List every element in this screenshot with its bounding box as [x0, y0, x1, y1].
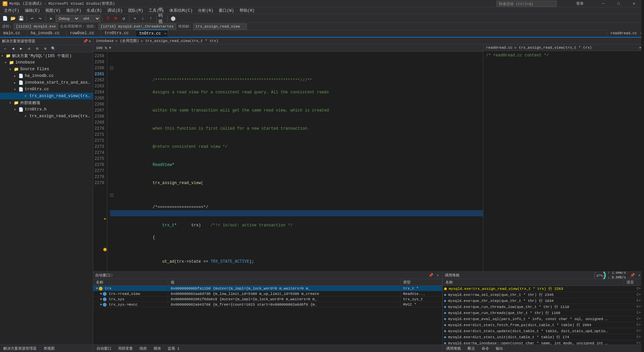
se-item-trn0trx-h[interactable]: ▼ 📄 trn0trx.h	[0, 106, 93, 113]
zoom-dropdown-btn[interactable]: ▼	[109, 46, 111, 50]
menu-edit[interactable]: 编辑(E)	[22, 7, 43, 14]
tab-read0read[interactable]: read0read.cc ✕	[607, 30, 644, 37]
btab-thread[interactable]: 线程	[138, 345, 148, 352]
call-row-3[interactable]: mysqld.exe!que_thr_step(que_thr_t * thr)…	[443, 298, 644, 304]
code-editor[interactable]: 2258 2259 2260 2261 2262 2263 2264 2265 …	[93, 52, 483, 271]
thread-value[interactable]: [13716] mysqld.exe!_threadstartex	[98, 24, 176, 30]
login-label[interactable]: 登录	[576, 1, 584, 6]
expand-rv[interactable]: ▼	[100, 292, 102, 296]
call-row-4[interactable]: mysqld.exe!que_run_threads_low(que_thr_t…	[443, 304, 644, 310]
process-value[interactable]: [11232] mysqld.exe	[14, 24, 58, 30]
ctab-callstack[interactable]: 调用堆栈	[445, 345, 462, 352]
save-btn[interactable]: 💾	[17, 15, 25, 22]
se-item-innobase[interactable]: ▼ 📁 innobase	[0, 59, 93, 66]
call-row-2[interactable]: mysqld.exe!row_sel_step(que_thr_t * thr)…	[443, 292, 644, 298]
open-btn[interactable]: 📂	[9, 15, 17, 22]
call-row-8[interactable]: mysqld.exe!dict_stats_update(dict_table_…	[443, 328, 644, 334]
breadcrumb-innobase[interactable]: innobase	[96, 39, 114, 43]
collapse-btn-2[interactable]: −	[110, 193, 113, 197]
se-collapse-btn[interactable]: ⊟	[34, 45, 41, 52]
menu-window[interactable]: 窗口(W)	[216, 7, 237, 14]
minimize-button[interactable]: ─	[596, 0, 610, 7]
call-row-6[interactable]: mysqld.exe!que_eval_sql(pars_info_t * in…	[443, 316, 644, 322]
menu-view[interactable]: 视图(V)	[43, 7, 63, 14]
menu-architecture[interactable]: 体系结构(C)	[167, 7, 196, 14]
code-view-btn[interactable]: 代码视图	[158, 15, 166, 22]
call-row-7[interactable]: mysqld.exe!dict_stats_fetch_from_ps(dict…	[443, 322, 644, 328]
expand-ts[interactable]: ▼	[100, 298, 102, 301]
btab-auto[interactable]: 自动窗口	[95, 345, 113, 352]
step-out-btn[interactable]: ↑	[147, 15, 155, 22]
se-filter-btn[interactable]: 🔍	[50, 45, 57, 52]
expand-trx[interactable]: ▼	[96, 287, 98, 291]
call-row-10[interactable]: mysqld.exe!ha_innobase::open(const char …	[443, 340, 644, 345]
call-row-5[interactable]: mysqld.exe!que_run_threads(que_thr_t * t…	[443, 310, 644, 316]
tab-tn0trx-close[interactable]: ✕	[164, 32, 166, 36]
menu-build[interactable]: 生成(B)	[84, 7, 105, 14]
menu-analyze[interactable]: 分析(N)	[195, 7, 216, 14]
btab-module[interactable]: 模块	[152, 345, 162, 352]
menu-team[interactable]: 团队(M)	[125, 7, 146, 14]
se-item-sourcefiles[interactable]: ▼ 📁 Source Files	[0, 66, 93, 73]
se-forward-btn[interactable]: ▶	[17, 45, 25, 52]
breakpoint-btn[interactable]: ⬤	[169, 15, 177, 22]
stop-btn[interactable]: ■	[112, 15, 119, 22]
menu-project[interactable]: 项目(P)	[63, 7, 84, 14]
undo-btn[interactable]: ↩	[29, 15, 36, 22]
build-config-select[interactable]: Debug Release	[56, 15, 79, 22]
auto-row-mvcc[interactable]: ▼⬤ trx_sys->mvcc 0x000000002a943768 {m_f…	[93, 302, 442, 307]
ctab-command[interactable]: 命令	[480, 345, 490, 352]
se-refresh-btn[interactable]: ↺	[25, 45, 33, 52]
menu-debug[interactable]: 调试(D)	[105, 7, 125, 14]
tab-trn0trx[interactable]: trn0trx.cc	[101, 30, 136, 37]
auto-panel-pin[interactable]: 📌	[428, 273, 434, 278]
second-editor-scrollbar[interactable]	[641, 44, 644, 271]
se-item-trx-assign2[interactable]: ⚡ trx_assign_read_view(trx_t *)	[0, 113, 93, 120]
collapse-btn-1[interactable]: −	[110, 67, 113, 70]
new-project-btn[interactable]: 📄	[1, 15, 9, 22]
restart-btn[interactable]: ↺	[120, 15, 127, 22]
breadcrumb-global[interactable]: (全局范围)	[120, 38, 139, 43]
class-view-tab[interactable]: 类视图	[40, 345, 58, 352]
close-button[interactable]: ✕	[627, 0, 641, 7]
menu-help[interactable]: 帮助(H)	[237, 7, 258, 14]
pause-btn[interactable]: ⏸	[104, 15, 111, 22]
btab-watch[interactable]: 监视 1	[166, 345, 181, 352]
auto-row-trx[interactable]: ▼⬤ trx 0x000000000bfa11b0 {mutex={m_impl…	[93, 286, 442, 291]
se-close-btn[interactable]: ✕	[89, 39, 91, 43]
platform-select[interactable]: x64 x86	[80, 15, 100, 22]
second-editor-close[interactable]: ✕	[639, 45, 641, 50]
quick-launch-search[interactable]: 快速启动 (Ctrl+Q)	[496, 1, 557, 7]
se-item-trx-assign[interactable]: ⚡ trx_assign_read_view(trx_t *)	[0, 93, 93, 99]
tab-main-cc[interactable]: main.cc	[0, 30, 27, 37]
solution-explorer-tab[interactable]: 解决方案资源管理器	[0, 345, 40, 352]
stack-value[interactable]: trx_assign_read_view	[193, 24, 247, 30]
se-item-solution[interactable]: ▼ 📁 解决方案'MySQL'(185 个项目)	[0, 52, 93, 59]
auto-panel-close[interactable]: ✕	[435, 273, 440, 278]
call-row-1[interactable]: mysqld.exe!trx_assign_read_view(trx_t * …	[443, 286, 644, 292]
menu-file[interactable]: 文件(F)	[1, 7, 22, 14]
call-row-9[interactable]: mysqld.exe!dict_stats_init(dict_table_t …	[443, 334, 644, 340]
se-props-btn[interactable]: ⚙	[42, 45, 49, 52]
breadcrumb-function[interactable]: trx_assign_read_view(trx_t * trx)	[145, 39, 218, 43]
auto-row-trx-sys[interactable]: ▼⬤ trx_sys 0x000000002001f0da6c8 {mutex=…	[93, 297, 442, 302]
step-into-btn[interactable]: ↓	[139, 15, 147, 22]
se-item-ha-innodb[interactable]: ▶ 📄 ha_innodb.cc	[0, 73, 93, 79]
start-btn[interactable]: ▶	[48, 15, 55, 22]
tab-ha-innodb[interactable]: ha_innodb.cc	[27, 30, 66, 37]
maximize-button[interactable]: □	[611, 0, 626, 7]
call-panel-pin[interactable]: 📌	[630, 273, 635, 278]
second-editor-content[interactable]: /* read0read.cc content */	[483, 51, 644, 271]
redo-btn[interactable]: ↪	[37, 15, 44, 22]
se-sync-btn[interactable]: ↔	[1, 45, 9, 52]
step-over-btn[interactable]: ↷	[131, 15, 139, 22]
se-item-external[interactable]: ▼ 📁 外部依赖项	[0, 99, 93, 106]
ctab-breakpoints[interactable]: 断点	[466, 345, 476, 352]
btab-local[interactable]: 局部变量	[117, 345, 134, 352]
se-pin-btn[interactable]: 📌	[83, 39, 88, 43]
ctab-output[interactable]: 输出	[494, 345, 504, 352]
tab-row0sel[interactable]: row0sel.cc	[67, 30, 101, 37]
tab-tn0trx-active[interactable]: tn0trx.cc ✕	[136, 30, 168, 37]
auto-row-read-view[interactable]: ▼⬤ trx->read_view 0x000000002aa8d7d8 {m_…	[93, 291, 442, 297]
expand-mvcc[interactable]: ▼	[100, 303, 102, 307]
